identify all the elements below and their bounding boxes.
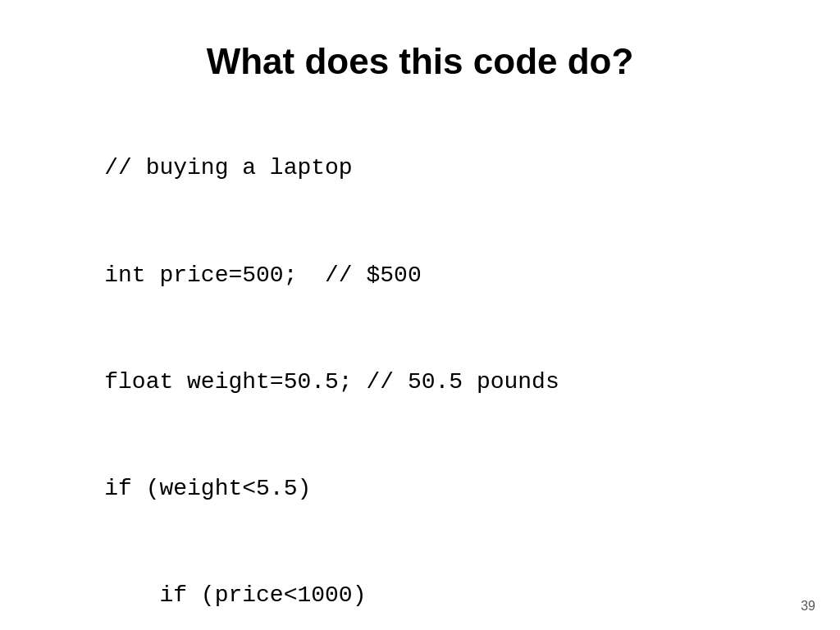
code-line-4: if (weight<5.5) xyxy=(104,476,311,501)
code-line-2: int price=500; // $500 xyxy=(104,262,421,288)
code-line-1: // buying a laptop xyxy=(104,155,352,180)
code-block: // buying a laptop int price=500; // $50… xyxy=(49,115,791,630)
slide-title: What does this code do? xyxy=(49,41,791,82)
code-line-3: float weight=50.5; // 50.5 pounds xyxy=(104,369,559,395)
slide: What does this code do? // buying a lapt… xyxy=(0,0,840,630)
page-number: 39 xyxy=(801,599,815,614)
code-line-5: if (price<1000) xyxy=(104,582,366,608)
